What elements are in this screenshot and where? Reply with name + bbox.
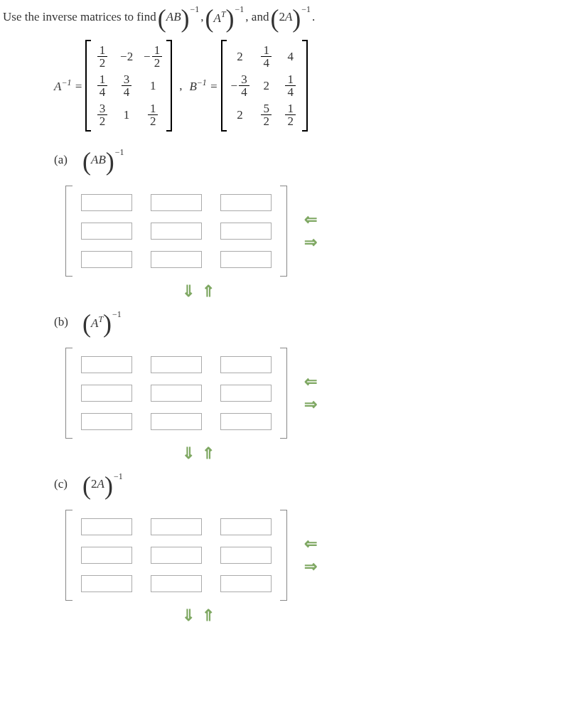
matrix-input[interactable] <box>151 194 202 211</box>
add-column-icon[interactable]: ⇒ <box>304 559 317 574</box>
term-at-inverse: ( AT ) −1 <box>205 4 245 30</box>
matrix-input[interactable] <box>220 575 272 592</box>
matrix-input[interactable] <box>220 251 272 268</box>
matrix-cell: 14 <box>95 73 109 98</box>
a-inverse-label: A−1 = <box>54 77 82 94</box>
part-a: (a) ( AB ) −1 ⇐ ⇒ ⇓ ⇑ <box>54 147 580 299</box>
matrix-input[interactable] <box>81 518 132 535</box>
matrix-a-inverse: 12−2−121434132112 <box>85 40 172 132</box>
matrix-cell: 2 <box>231 50 249 64</box>
matrix-input[interactable] <box>220 413 272 430</box>
b-inverse-label: B−1 = <box>189 77 218 94</box>
matrix-cell: 1 <box>144 79 162 93</box>
matrix-input[interactable] <box>81 356 132 373</box>
matrix-cell: 4 <box>284 50 298 64</box>
matrix-b-inverse: 2144−3421425212 <box>221 40 308 132</box>
remove-column-icon[interactable]: ⇐ <box>304 212 317 228</box>
term-ab-inverse: ( AB ) −1 <box>158 4 200 30</box>
matrix-cell: 32 <box>95 102 109 127</box>
part-c-expression: ( 2A ) −1 <box>82 471 123 497</box>
matrix-input[interactable] <box>151 223 202 240</box>
add-row-icon[interactable]: ⇓ <box>182 446 195 461</box>
given-matrices: A−1 = 12−2−121434132112 , B−1 = 2144−342… <box>54 40 580 132</box>
prompt-text: Use the inverse matrices to find <box>3 10 156 24</box>
matrix-cell: 1 <box>119 108 134 122</box>
matrix-input[interactable] <box>151 356 202 373</box>
matrix-cell: −34 <box>231 73 249 98</box>
matrix-input[interactable] <box>220 356 272 373</box>
matrix-input[interactable] <box>220 547 272 564</box>
part-a-expression: ( AB ) −1 <box>82 147 124 173</box>
matrix-cell: 2 <box>259 79 274 93</box>
part-c-label: (c) <box>54 477 72 491</box>
matrix-cell: 2 <box>231 108 249 122</box>
matrix-input[interactable] <box>151 547 202 564</box>
matrix-cell: 14 <box>284 73 298 98</box>
matrix-cell: 52 <box>259 102 274 127</box>
matrix-input[interactable] <box>151 518 202 535</box>
matrix-input[interactable] <box>81 385 132 402</box>
matrix-input[interactable] <box>151 575 202 592</box>
part-b: (b) ( AT ) −1 ⇐ ⇒ ⇓ ⇑ <box>54 309 580 461</box>
matrix-input[interactable] <box>151 251 202 268</box>
matrix-input[interactable] <box>81 251 132 268</box>
remove-column-icon[interactable]: ⇐ <box>304 374 317 390</box>
question-prompt: Use the inverse matrices to find ( AB ) … <box>3 4 580 30</box>
matrix-cell: −2 <box>119 50 134 64</box>
matrix-input[interactable] <box>81 413 132 430</box>
matrix-cell: 34 <box>119 73 134 98</box>
add-column-icon[interactable]: ⇒ <box>304 235 317 250</box>
remove-row-icon[interactable]: ⇑ <box>202 446 215 461</box>
matrix-input[interactable] <box>220 194 272 211</box>
matrix-cell: 12 <box>144 102 162 127</box>
part-a-label: (a) <box>54 153 72 167</box>
matrix-input[interactable] <box>81 194 132 211</box>
matrix-cell: −12 <box>144 44 162 69</box>
remove-column-icon[interactable]: ⇐ <box>304 536 317 552</box>
matrix-input[interactable] <box>81 575 132 592</box>
term-2a-inverse: ( 2A ) −1 <box>270 4 311 30</box>
part-c: (c) ( 2A ) −1 ⇐ ⇒ ⇓ ⇑ <box>54 471 580 623</box>
matrix-input[interactable] <box>220 223 272 240</box>
part-c-matrix <box>65 510 287 601</box>
matrix-input[interactable] <box>151 385 202 402</box>
part-b-expression: ( AT ) −1 <box>82 309 122 335</box>
matrix-cell: 12 <box>95 44 109 69</box>
matrix-input[interactable] <box>81 547 132 564</box>
add-row-icon[interactable]: ⇓ <box>182 284 195 299</box>
remove-row-icon[interactable]: ⇑ <box>202 608 215 623</box>
matrix-input[interactable] <box>151 413 202 430</box>
matrix-input[interactable] <box>220 518 272 535</box>
add-column-icon[interactable]: ⇒ <box>304 397 317 412</box>
part-b-matrix <box>65 348 287 439</box>
matrix-cell: 14 <box>259 44 274 69</box>
part-a-matrix <box>65 186 287 277</box>
matrix-cell: 12 <box>284 102 298 127</box>
part-b-label: (b) <box>54 315 72 329</box>
add-row-icon[interactable]: ⇓ <box>182 608 195 623</box>
remove-row-icon[interactable]: ⇑ <box>202 284 215 299</box>
matrix-input[interactable] <box>220 385 272 402</box>
matrix-input[interactable] <box>81 223 132 240</box>
